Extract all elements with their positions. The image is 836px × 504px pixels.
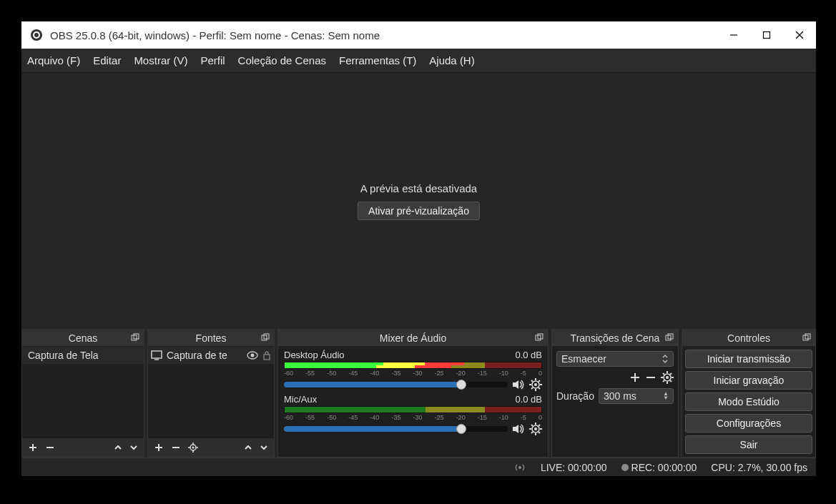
add-scene-icon[interactable] [28, 443, 38, 453]
volume-meter [284, 362, 542, 369]
window-buttons [717, 21, 816, 49]
svg-marker-30 [513, 380, 518, 389]
duration-label: Duração [556, 390, 594, 402]
mixer-title: Mixer de Áudio [278, 332, 548, 344]
track-name: Mic/Aux [284, 394, 317, 405]
visibility-eye-icon[interactable] [247, 351, 258, 360]
svg-line-48 [531, 425, 533, 426]
menubar: Arquivo (F) Editar Mostrar (V) Perfil Co… [21, 49, 816, 73]
popout-icon[interactable] [533, 332, 545, 343]
exit-button[interactable]: Sair [685, 435, 812, 454]
svg-line-51 [539, 425, 540, 426]
volume-slider[interactable] [284, 426, 508, 432]
sources-toolbar [148, 438, 274, 457]
add-transition-icon[interactable] [629, 372, 641, 383]
scene-item[interactable]: Captura de Tela [22, 347, 144, 364]
sources-header: Fontes [148, 330, 274, 347]
maximize-button[interactable] [750, 21, 783, 49]
transitions-header: Transições de Cena [552, 330, 678, 347]
broadcast-icon [513, 463, 526, 473]
svg-line-37 [531, 380, 533, 382]
track-settings-icon[interactable] [529, 378, 542, 391]
svg-line-49 [539, 432, 540, 433]
popout-icon[interactable] [129, 332, 141, 343]
remove-transition-icon[interactable] [645, 372, 656, 383]
menu-profile[interactable]: Perfil [200, 54, 225, 66]
sources-title: Fontes [148, 332, 274, 344]
enable-preview-button[interactable]: Ativar pré-vizualização [358, 202, 480, 220]
transition-settings-icon[interactable] [661, 371, 674, 384]
svg-point-69 [518, 466, 521, 469]
svg-line-64 [670, 380, 672, 382]
start-stream-button[interactable]: Iniciar transmissão [685, 350, 812, 368]
svg-line-40 [539, 380, 540, 382]
preview-disabled-message: A prévia está desativada [360, 182, 477, 194]
transition-select[interactable]: Esmaecer [556, 351, 674, 367]
sources-dock: Fontes Captura de te [147, 329, 275, 458]
sources-list[interactable]: Captura de te [148, 347, 274, 438]
remove-source-icon[interactable] [171, 443, 181, 453]
move-up-icon[interactable] [244, 443, 252, 452]
source-settings-icon[interactable] [188, 443, 198, 453]
source-item[interactable]: Captura de te [148, 347, 274, 364]
move-down-icon[interactable] [260, 443, 268, 452]
svg-line-65 [663, 380, 664, 382]
move-up-icon[interactable] [114, 443, 122, 452]
updown-icon [662, 354, 669, 364]
titlebar: OBS 25.0.8 (64-bit, windows) - Perfil: S… [21, 21, 816, 49]
mixer-dock: Mixer de Áudio Desktop Áudio 0.0 dB -60-… [277, 329, 549, 458]
controls-body: Iniciar transmissão Iniciar gravação Mod… [682, 347, 815, 457]
svg-line-39 [531, 387, 533, 389]
duration-value: 300 ms [604, 390, 636, 402]
status-live: LIVE: 00:00:00 [541, 462, 607, 473]
mixer-header: Mixer de Áudio [278, 330, 548, 347]
close-button[interactable] [783, 21, 816, 49]
lock-icon[interactable] [262, 350, 271, 360]
track-settings-icon[interactable] [529, 423, 542, 435]
meter-ticks: -60-55-50-45-40-35-30-25-20-15-10-50 [284, 414, 542, 421]
svg-rect-4 [764, 32, 770, 39]
move-down-icon[interactable] [129, 443, 138, 452]
settings-button[interactable]: Configurações [685, 414, 812, 433]
svg-point-2 [34, 33, 39, 37]
remove-scene-icon[interactable] [45, 443, 55, 453]
status-bar: LIVE: 00:00:00 REC: 00:00:00 CPU: 2.7%, … [21, 458, 816, 476]
svg-point-58 [666, 376, 669, 379]
spinner-arrows-icon[interactable]: ▲▼ [663, 392, 669, 400]
speaker-icon[interactable] [512, 379, 525, 390]
docks-row: Cenas Captura de Tela Fontes [21, 329, 816, 458]
menu-file[interactable]: Arquivo (F) [27, 54, 80, 66]
scenes-dock: Cenas Captura de Tela [21, 329, 144, 458]
controls-dock: Controles Iniciar transmissão Iniciar gr… [682, 329, 816, 458]
volume-slider[interactable] [284, 382, 508, 387]
scenes-list[interactable]: Captura de Tela [22, 347, 144, 438]
transitions-dock: Transições de Cena Esmaecer Duração [551, 329, 679, 458]
mixer-body: Desktop Áudio 0.0 dB -60-55-50-45-40-35-… [278, 347, 548, 457]
svg-point-32 [534, 383, 537, 386]
studio-mode-button[interactable]: Modo Estúdio [685, 392, 812, 411]
popout-icon[interactable] [664, 332, 675, 343]
svg-line-63 [663, 373, 664, 375]
status-rec: REC: 00:00:00 [631, 462, 697, 473]
menu-scene-collection[interactable]: Coleção de Cenas [238, 54, 326, 66]
start-record-button[interactable]: Iniciar gravação [685, 371, 812, 390]
transitions-body: Esmaecer Duração 300 ms ▲▼ [552, 347, 678, 457]
menu-view[interactable]: Mostrar (V) [134, 54, 187, 66]
record-dot-icon [621, 464, 629, 471]
menu-edit[interactable]: Editar [93, 54, 121, 66]
popout-icon[interactable] [801, 332, 812, 343]
add-source-icon[interactable] [154, 443, 164, 453]
svg-rect-14 [152, 351, 162, 358]
controls-header: Controles [682, 330, 815, 347]
menu-help[interactable]: Ajuda (H) [429, 54, 474, 66]
menu-tools[interactable]: Ferramentas (T) [339, 54, 416, 66]
scenes-header: Cenas [22, 330, 144, 347]
speaker-icon[interactable] [512, 423, 525, 435]
app-logo-icon [30, 29, 43, 41]
minimize-button[interactable] [717, 21, 750, 49]
meter-ticks: -60-55-50-45-40-35-30-25-20-15-10-50 [284, 370, 542, 377]
popout-icon[interactable] [260, 332, 271, 343]
transition-selected-label: Esmaecer [561, 353, 606, 365]
duration-spinner[interactable]: 300 ms ▲▼ [599, 388, 674, 404]
track-db: 0.0 dB [515, 350, 542, 360]
